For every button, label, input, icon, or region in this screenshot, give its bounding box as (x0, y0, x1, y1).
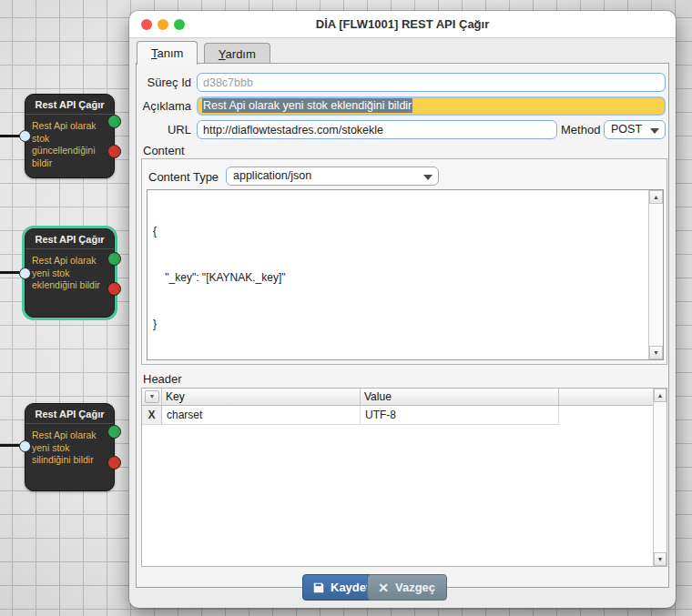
chevron-down-icon (423, 175, 432, 180)
scroll-up-icon[interactable]: ▲ (649, 190, 663, 204)
dialog-titlebar[interactable]: DİA [FLW1001] REST API Çağır (129, 11, 676, 38)
save-button-label: Kaydet (331, 581, 370, 594)
header-table: ▼ Key Value X charset UTF-8 ▲ ▼ (141, 388, 667, 567)
tab-tanim[interactable]: Tanım (137, 41, 198, 65)
aciklama-label: Açıklama (137, 99, 191, 113)
delete-row-button[interactable]: X (142, 406, 162, 425)
dialog-button-bar: Kaydet ✕ Vazgeç (129, 573, 676, 608)
content-type-select[interactable]: application/json (226, 167, 439, 186)
node-title: Rest API Çağır (25, 404, 114, 424)
cancel-button[interactable]: ✕ Vazgeç (367, 574, 447, 601)
column-header-value[interactable]: Value (361, 389, 559, 406)
dialog-rest-api-cagir: DİA [FLW1001] REST API Çağır Tanım Yardı… (129, 11, 676, 608)
node-input-port[interactable] (19, 268, 31, 279)
content-body-textarea[interactable]: { "_key": "[KAYNAK._key]" } ▲ ▼ (147, 189, 664, 360)
method-label: Method (561, 123, 602, 136)
node-input-port[interactable] (19, 440, 31, 452)
content-group: Content Type application/json { "_key": … (141, 158, 667, 365)
scroll-down-icon[interactable]: ▼ (654, 552, 667, 566)
node-error-port[interactable] (107, 145, 121, 158)
chevron-down-icon (650, 128, 659, 134)
node-success-port[interactable] (107, 425, 121, 439)
close-x-icon: ✕ (377, 581, 390, 594)
flow-node-stok-sil[interactable]: Rest API Çağır Rest Api olarak yeni stok… (25, 403, 115, 491)
content-type-label: Content Type (148, 170, 223, 184)
cell-key[interactable]: charset (162, 406, 361, 425)
node-success-port[interactable] (107, 252, 121, 266)
node-title: Rest API Çağır (25, 229, 114, 249)
node-title: Rest API Çağır (25, 95, 114, 115)
save-icon (312, 581, 325, 594)
table-row[interactable]: X charset UTF-8 (142, 406, 653, 425)
content-scrollbar[interactable]: ▲ ▼ (648, 190, 663, 359)
column-header-key[interactable]: Key (162, 389, 361, 406)
content-section-label: Content (143, 144, 185, 157)
node-success-port[interactable] (107, 115, 121, 128)
scroll-down-icon[interactable]: ▼ (649, 346, 663, 359)
node-description: Rest Api olarak yeni stok silindiğini bi… (25, 424, 114, 472)
header-section-label: Header (143, 372, 182, 386)
selected-text: Rest Api olarak yeni stok eklendiğini bi… (202, 98, 412, 113)
node-description: Rest Api olarak stok güncellendiğini bil… (25, 115, 114, 176)
surec-id-input[interactable] (197, 73, 666, 92)
method-value: POST (611, 123, 642, 136)
table-scrollbar[interactable]: ▲ ▼ (653, 389, 667, 566)
dialog-title: DİA [FLW1001] REST API Çağır (129, 17, 676, 31)
column-menu-cell: ▼ (142, 389, 162, 406)
table-header-row: ▼ Key Value (142, 389, 653, 406)
node-description: Rest Api olarak yeni stok eklendiğini bi… (25, 249, 114, 298)
url-label: URL (137, 123, 191, 136)
content-type-value: application/json (233, 169, 311, 182)
node-error-port[interactable] (107, 282, 121, 296)
node-input-port[interactable] (19, 130, 31, 142)
method-select[interactable]: POST (604, 120, 666, 139)
tab-bar: Tanım Yardım (137, 41, 272, 63)
cancel-button-label: Vazgeç (395, 581, 435, 594)
node-error-port[interactable] (107, 456, 121, 470)
tab-panel-tanim: Süreç Id Açıklama Rest Api olarak yeni s… (136, 63, 669, 588)
table-empty-area (142, 425, 653, 566)
url-input[interactable] (197, 120, 557, 139)
content-body-line: { (153, 224, 657, 239)
cell-value[interactable]: UTF-8 (361, 406, 559, 425)
flow-node-stok-guncelle[interactable]: Rest API Çağır Rest Api olarak stok günc… (25, 94, 115, 178)
content-body-line: "_key": "[KAYNAK._key]" (153, 270, 657, 286)
surec-id-label: Süreç Id (137, 76, 191, 89)
flow-node-stok-ekle[interactable]: Rest API Çağır Rest Api olarak yeni stok… (25, 228, 115, 318)
column-menu-button[interactable]: ▼ (145, 390, 159, 403)
content-body-line: } (153, 317, 657, 332)
scroll-up-icon[interactable]: ▲ (654, 389, 667, 402)
aciklama-input[interactable]: Rest Api olarak yeni stok eklendiğini bi… (197, 96, 666, 116)
